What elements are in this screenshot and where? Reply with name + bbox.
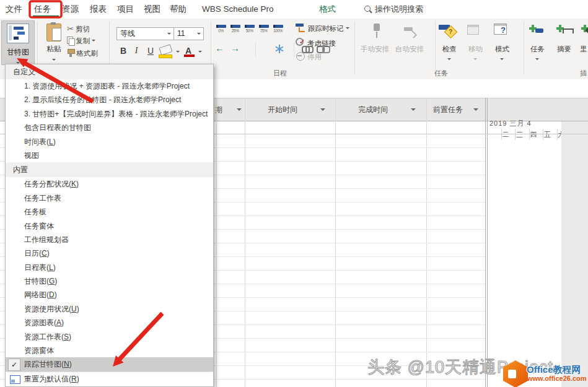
menu-item[interactable]: 任务工作表 <box>6 191 213 205</box>
tell-me-search-box[interactable]: 操作说明搜索 <box>375 0 423 19</box>
chevron-down-icon[interactable] <box>500 58 504 62</box>
italic-button[interactable]: I <box>132 45 141 57</box>
app-window: 文件 任务 资源 报表 项目 视图 帮助 WBS Schedule Pro 格式… <box>0 0 588 387</box>
chevron-down-icon[interactable] <box>535 58 539 62</box>
menu-item-d[interactable]: 网络图(D) <box>6 288 213 302</box>
percent-complete-0-button[interactable]: 0% <box>214 25 227 37</box>
menu-item[interactable]: 资源窗体 <box>6 344 213 357</box>
tab-file[interactable]: 文件 <box>6 0 22 19</box>
table-chart-divider[interactable] <box>485 98 486 387</box>
paste-button[interactable]: 粘贴 <box>41 22 67 63</box>
percent-complete-100-button[interactable]: 100% <box>271 25 284 37</box>
menu-item-label: 2. 显示后续任务的甘特图 - 跟连永老师学Project <box>24 95 181 104</box>
bold-button[interactable]: B <box>118 45 128 57</box>
chevron-down-icon[interactable] <box>176 51 180 54</box>
clipboard-icon <box>46 24 61 41</box>
filter-arrow-icon[interactable] <box>411 108 416 113</box>
tab-project[interactable]: 项目 <box>117 0 134 19</box>
tab-help[interactable]: 帮助 <box>170 0 186 19</box>
auto-schedule-icon <box>404 26 416 36</box>
timescale-month-label: 2019 三月 4 <box>489 119 532 128</box>
format-painter-button[interactable]: 格式刷 <box>67 48 98 58</box>
menu-item-label: 任务工作表 <box>24 194 61 202</box>
outdent-task-icon[interactable]: ← <box>215 43 224 53</box>
tab-wbs-schedule-pro[interactable]: WBS Schedule Pro <box>202 0 274 19</box>
tab-report[interactable]: 报表 <box>90 0 107 19</box>
menu-item[interactable]: 1. 资源使用状况 + 资源图表 - 跟连永老师学Project <box>6 79 213 93</box>
menu-item-k[interactable]: 任务分配状况(K) <box>6 177 213 191</box>
menu-item-n[interactable]: ✓跟踪甘特图(N) <box>6 357 213 371</box>
menu-item-reset-to-default[interactable]: 重置为默认值(R) <box>6 372 213 386</box>
tab-view[interactable]: 视图 <box>144 0 160 19</box>
menu-item[interactable]: 视图 <box>6 149 213 162</box>
split-task-icon[interactable] <box>275 45 284 53</box>
menu-item[interactable]: 2. 显示后续任务的甘特图 - 跟连永老师学Project <box>6 93 213 107</box>
chevron-down-icon <box>167 33 171 37</box>
menu-item-label: 任务窗体 <box>24 222 54 230</box>
column-header-finish[interactable]: 完成时间 <box>358 98 388 121</box>
active-tab-underline <box>33 15 59 17</box>
menu-item-label: 3. 甘特图+【完成时间差异】表格 - 跟连永老师学Project <box>24 110 208 118</box>
gantt-chart-view-button[interactable]: 甘特图 <box>1 20 35 65</box>
cut-button[interactable]: ✂ 剪切 <box>67 24 90 34</box>
font-size-combobox[interactable]: 11 <box>173 27 204 40</box>
mark-on-track-button[interactable]: 跟踪时标记 <box>308 24 349 33</box>
insert-task-button[interactable]: 任务 <box>530 45 545 53</box>
chevron-down-icon[interactable] <box>198 51 202 54</box>
menu-item[interactable]: 任务板 <box>6 205 213 219</box>
menu-item-l[interactable]: 时间表(L) <box>6 135 213 149</box>
inspect-button[interactable]: 检查 <box>442 45 457 53</box>
schedule-group-label: 日程 <box>273 68 287 78</box>
menu-item-c[interactable]: 日历(C) <box>6 246 213 260</box>
timescale-day-cell: 五 <box>543 129 558 140</box>
reset-view-icon <box>10 375 20 384</box>
scissors-icon: ✂ <box>67 24 74 33</box>
menu-item[interactable]: 任务窗体 <box>6 219 213 233</box>
respect-links-icon <box>296 38 304 46</box>
percent-complete-75-button[interactable]: 75% <box>257 25 270 37</box>
ribbon-tab-bar: 文件 任务 资源 报表 项目 视图 帮助 WBS Schedule Pro 格式… <box>0 0 588 19</box>
menu-section-header: 内置 <box>6 162 213 177</box>
percent-complete-25-button[interactable]: 25% <box>229 25 242 37</box>
menu-item[interactable]: 包含日程表的甘特图 <box>6 121 213 134</box>
menu-item-u[interactable]: 资源使用状况(U) <box>6 302 213 316</box>
insert-milestone-button[interactable]: 里 <box>580 45 587 53</box>
insert-group-label: 插 <box>580 68 587 78</box>
mode-button[interactable]: 模式 <box>495 45 509 53</box>
menu-item-l[interactable]: 日程表(L) <box>6 261 213 274</box>
menu-item-label: 日程表(L) <box>24 263 56 272</box>
copy-icon <box>67 37 74 45</box>
indent-task-icon[interactable]: → <box>230 43 240 53</box>
progress-bar-icon <box>230 25 240 28</box>
chevron-down-icon <box>92 40 95 43</box>
move-button: 移动 <box>468 45 483 53</box>
filter-arrow-icon[interactable] <box>473 108 478 113</box>
font-name-combobox[interactable]: 等线 <box>116 27 174 40</box>
tab-resource[interactable]: 资源 <box>62 0 79 19</box>
group-divider <box>524 21 524 74</box>
tab-format[interactable]: 格式 <box>319 0 336 19</box>
column-header-start[interactable]: 开始时间 <box>268 98 297 121</box>
underline-button[interactable]: U <box>146 45 156 57</box>
filter-arrow-icon[interactable] <box>237 108 242 113</box>
menu-item-a[interactable]: 资源图表(A) <box>6 316 213 329</box>
copy-button[interactable]: 复制 <box>67 36 95 46</box>
table-chart-divider[interactable] <box>487 98 488 387</box>
progress-bar-icon <box>216 25 226 28</box>
insert-summary-button[interactable]: 摘要 <box>557 45 571 53</box>
highlight-color-icon[interactable] <box>159 44 172 55</box>
menu-item[interactable]: 工作组规划器 <box>6 233 213 246</box>
chevron-down-icon <box>473 58 477 62</box>
percent-complete-50-button[interactable]: 50% <box>243 25 256 37</box>
menu-item-g[interactable]: 甘特图(G) <box>6 274 213 288</box>
search-icon <box>364 6 371 12</box>
chevron-down-icon[interactable] <box>447 58 451 62</box>
menu-item-label: 重置为默认值(R) <box>24 375 79 383</box>
column-header-predecessors[interactable]: 前置任务 <box>433 98 463 121</box>
respect-links-button[interactable]: 考虑链接 <box>307 39 336 48</box>
menu-item-s[interactable]: 资源工作表(S) <box>6 330 213 344</box>
timescale-day-cell: 二 <box>502 129 516 140</box>
filter-arrow-icon[interactable] <box>320 108 325 113</box>
menu-item[interactable]: 3. 甘特图+【完成时间差异】表格 - 跟连永老师学Project <box>6 107 213 121</box>
menu-item-label: 时间表(L) <box>24 137 56 146</box>
